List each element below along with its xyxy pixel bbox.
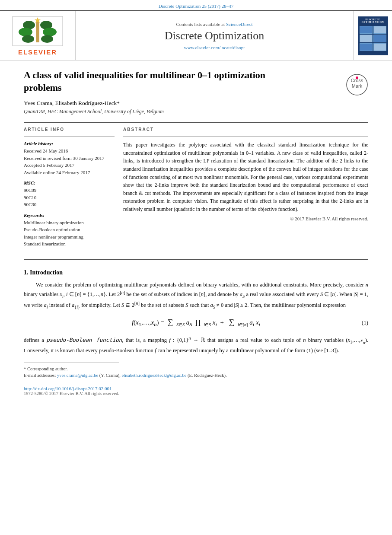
introduction-heading: 1. Introduction [24, 269, 368, 276]
email-2-link[interactable]: elisabeth.rodriguezHeck@ulg.ac.be [121, 373, 186, 378]
journal-citation-text: Discrete Optimization 25 (2017) 28–47 [159, 3, 234, 9]
intro-paragraph-2: defines a pseudo-Boolean function, that … [24, 335, 368, 354]
email-1-link[interactable]: yves.crama@ulg.ac.be [57, 373, 98, 378]
msc3: 90C30 [24, 201, 115, 208]
keyword-2: Pseudo-Boolean optimization [24, 226, 115, 233]
msc-section: MSC: 90C09 90C10 90C30 [24, 180, 115, 208]
svg-point-7 [22, 35, 34, 43]
formula-number-1: (1) [362, 319, 368, 326]
msc-label: MSC: [24, 180, 115, 185]
svg-text:Mark: Mark [352, 83, 363, 89]
abstract-heading: ABSTRACT [123, 127, 368, 132]
svg-point-5 [19, 28, 32, 36]
journal-url[interactable]: www.elsevier.com/locate/disopt [184, 45, 245, 50]
received-date: Received 24 May 2016 [24, 147, 115, 155]
paper-title: A class of valid inequalities for multil… [24, 69, 292, 94]
abstract-text: This paper investigates the polytope ass… [123, 141, 368, 213]
footnote-separator [24, 363, 119, 363]
history-label: Article history: [24, 141, 115, 146]
journal-name: Discrete Optimization [165, 29, 264, 42]
copyright: © 2017 Elsevier B.V. All rights reserved… [123, 216, 368, 221]
formula-1: f(x1,…,xn) = ∑ S∈S aS ∏ i∈S xi + ∑ i∈[n]… [132, 318, 260, 328]
section-title-text: Introduction [30, 269, 63, 276]
svg-rect-2 [36, 20, 39, 42]
article-info-abstract: ARTICLE INFO Article history: Received 2… [24, 127, 368, 252]
article-info-heading: ARTICLE INFO [24, 127, 115, 132]
elsevier-art [12, 16, 64, 47]
section-number: 1. [24, 269, 29, 276]
authors: Yves Crama, Elisabeth Rodríguez-Heck* [24, 100, 368, 107]
keyword-1: Multilinear binary optimization [24, 219, 115, 226]
content-separator [24, 259, 368, 260]
crossmark-icon: Cross Mark [346, 73, 368, 96]
online-date: Available online 24 February 2017 [24, 169, 115, 176]
affiliation: QuantOM, HEC Management School, Universi… [24, 108, 368, 115]
revised-date: Received in revised form 30 January 2017 [24, 155, 115, 162]
svg-point-8 [41, 35, 53, 43]
journal-center-info: Contents lists available at ScienceDirec… [76, 11, 353, 60]
header-separator [24, 122, 368, 123]
msc1: 90C09 [24, 187, 115, 194]
abstract-column: ABSTRACT This paper investigates the pol… [123, 127, 368, 252]
crossmark-area: Cross Mark [346, 73, 368, 98]
intro-paragraph-1: We consider the problem of optimizing mu… [24, 280, 368, 311]
elsevier-logo-area: ELSEVIER [0, 11, 76, 60]
journal-citation[interactable]: Discrete Optimization 25 (2017) 28–47 [0, 0, 392, 10]
bottom-doi: http://dx.doi.org/10.1016/j.disopt.2017.… [24, 386, 368, 391]
elsevier-wordmark: ELSEVIER [18, 48, 57, 56]
keywords-section: Keywords: Multilinear binary optimizatio… [24, 213, 115, 248]
sciencedirect-link: Contents lists available at ScienceDirec… [176, 22, 252, 27]
accepted-date: Accepted 5 February 2017 [24, 162, 115, 169]
footnote-section: * Corresponding author. E-mail addresses… [24, 366, 368, 379]
main-content: Cross Mark A class of valid inequalities… [0, 61, 392, 404]
formula-1-row: f(x1,…,xn) = ∑ S∈S aS ∏ i∈S xi + ∑ i∈[n]… [24, 318, 368, 328]
email-addresses: E-mail addresses: yves.crama@ulg.ac.be (… [24, 372, 368, 379]
journal-header: ELSEVIER Contents lists available at Sci… [0, 10, 392, 61]
bottom-copyright: 1572-5286/© 2017 Elsevier B.V. All right… [24, 391, 368, 396]
history-section: Article history: Received 24 May 2016 Re… [24, 141, 115, 176]
sciencedirect-text[interactable]: ScienceDirect [226, 22, 253, 27]
svg-point-6 [43, 28, 57, 36]
cover-image: DISCRETEOPTIMIZATION [358, 16, 388, 55]
article-info-column: ARTICLE INFO Article history: Received 2… [24, 127, 115, 252]
keyword-3: Integer nonlinear programming [24, 233, 115, 241]
page: Discrete Optimization 25 (2017) 28–47 [0, 0, 392, 535]
corresponding-author: * Corresponding author. [24, 366, 368, 373]
svg-point-13 [356, 76, 358, 79]
keyword-4: Standard linearization [24, 240, 115, 248]
keywords-label: Keywords: [24, 213, 115, 218]
doi-link[interactable]: http://dx.doi.org/10.1016/j.disopt.2017.… [24, 386, 112, 391]
journal-cover-thumbnail: DISCRETEOPTIMIZATION [353, 11, 392, 60]
msc2: 90C10 [24, 194, 115, 201]
